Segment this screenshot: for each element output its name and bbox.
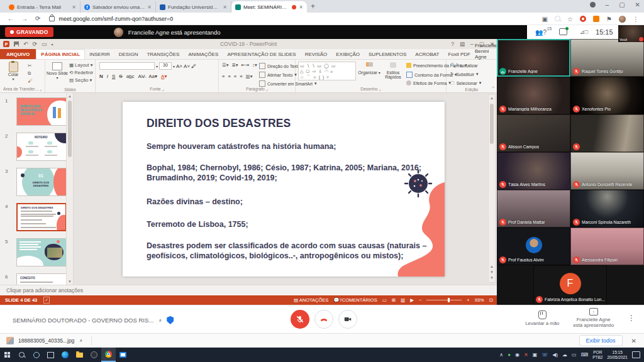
ppt-minimize-button[interactable]: –: [470, 41, 474, 47]
numbering-button[interactable]: ≣▾: [232, 62, 238, 68]
shrink-font-icon[interactable]: A˅: [184, 63, 190, 69]
participant-tile-alisson[interactable]: Alisson Campos: [497, 114, 570, 152]
align-center-button[interactable]: ≡: [228, 74, 230, 79]
browser-menu-icon[interactable]: ⋮: [633, 16, 639, 23]
tray-keyboard-icon[interactable]: ⌨: [581, 352, 589, 358]
tray-expand-icon[interactable]: ∧: [499, 352, 503, 358]
ribbon-tab-arquivo[interactable]: ARQUIVO: [0, 49, 36, 59]
taskbar-search-icon[interactable]: [14, 348, 29, 362]
tray-icon-1[interactable]: ●: [508, 352, 511, 358]
thumbnail-scrollbar[interactable]: ▲ ▼: [66, 93, 73, 285]
edge-icon[interactable]: [58, 348, 72, 362]
slide-thumbnail-2[interactable]: 2 ROTEIRO: [0, 132, 74, 163]
zoom-slider[interactable]: [426, 300, 462, 300]
refresh-icon[interactable]: ⟳: [35, 15, 40, 22]
language-indicator[interactable]: PORPTB2: [592, 350, 602, 359]
ppt-help-icon[interactable]: ?: [451, 41, 454, 47]
search-icon[interactable]: [555, 16, 560, 23]
taskbar-clock[interactable]: 15:1520/05/2021: [607, 350, 628, 359]
new-tab-button[interactable]: +: [311, 2, 315, 11]
extension-orange-icon[interactable]: [593, 16, 599, 22]
shape-effects-button[interactable]: Efeitos de Forma ▾: [406, 80, 451, 85]
ppt-ribbon-options-icon[interactable]: ▤: [460, 41, 465, 47]
tray-icon-4[interactable]: ▣: [533, 352, 538, 358]
bookmark-star-icon[interactable]: ☆: [567, 16, 573, 23]
participant-tile-xenofontes[interactable]: Xenofontes Pio: [570, 77, 644, 114]
participant-tile-fabrizia[interactable]: F Fabrizia Angelica Bonatto Lon...: [533, 265, 607, 305]
tray-display-icon[interactable]: ▭: [572, 352, 577, 358]
view-slideshow-icon[interactable]: ▶: [410, 297, 414, 303]
indent-buttons[interactable]: ⇤⇥: [242, 62, 250, 68]
forward-icon[interactable]: →: [21, 15, 28, 22]
tray-icon-5[interactable]: ☏: [541, 352, 548, 358]
fit-to-window-icon[interactable]: ⊡: [489, 297, 493, 303]
section-button[interactable]: ▤ Seção ▾: [69, 77, 92, 83]
scrollbar-thumb[interactable]: [490, 104, 494, 144]
notes-pane[interactable]: Clique para adicionar anotações: [0, 285, 497, 295]
participant-tile-daniela[interactable]: Prof Daniela Mattar: [497, 190, 570, 228]
strikethrough-button[interactable]: S: [119, 74, 122, 79]
slide-canvas[interactable]: DIREITO DOS DESASTRES Sempre houveram ca…: [123, 102, 445, 277]
tab-close-icon[interactable]: ✕: [299, 4, 303, 10]
browser-tab-universidade[interactable]: Fundação Universidade de Itaúna ✕: [156, 1, 231, 13]
task-view-icon[interactable]: [43, 348, 58, 362]
chrome-taskbar-icon[interactable]: [101, 348, 116, 362]
meeting-title[interactable]: SEMINÁRIO DOUTORADO - GOVERNO DOS RIS...: [13, 317, 153, 324]
copy-button[interactable]: ⧉: [28, 70, 31, 77]
zoom-out-icon[interactable]: −: [419, 297, 421, 303]
align-left-button[interactable]: ≡: [222, 74, 225, 79]
slide-thumbnail-6[interactable]: 6 CONCEITO: [0, 273, 74, 285]
browser-profile-avatar[interactable]: [619, 16, 626, 23]
zoom-in-icon[interactable]: +: [467, 297, 469, 303]
camera-toggle-button[interactable]: [338, 310, 357, 329]
line-spacing-button[interactable]: ↕▾: [252, 62, 257, 68]
scrollbar-thumb[interactable]: [68, 101, 72, 157]
meeting-details-chevron[interactable]: ∧: [158, 318, 162, 323]
ribbon-tab-animacoes[interactable]: ANIMAÇÕES: [184, 49, 223, 59]
shapes-gallery[interactable]: ▭ ∖ ∖ ▭ ◯ ▭△ ⎔ ⇨ ⇩ ◠ ▹☆ ⌒ ⟡ ( ) ▿: [298, 62, 356, 80]
scroll-down-icon[interactable]: ▼: [489, 275, 495, 281]
browser-maximize-button[interactable]: ▢: [619, 1, 625, 8]
main-scrollbar[interactable]: ▲ ▲ ▼ ▼: [488, 94, 496, 283]
tray-icon-3[interactable]: ✕: [524, 352, 528, 358]
bullets-button[interactable]: ☰▾: [222, 62, 229, 68]
ribbon-tab-revisao[interactable]: REVISÃO: [301, 49, 332, 59]
select-button[interactable]: ⬚ Selecionar ▾: [450, 80, 481, 85]
url-text[interactable]: meet.google.com/smf-zumm-qon?authuser=0: [58, 16, 173, 22]
collapse-ribbon-icon[interactable]: ⌃: [491, 86, 495, 91]
layout-button[interactable]: ▦ Layout ▾: [69, 62, 92, 68]
previous-slide-button[interactable]: ▲: [489, 264, 495, 270]
bold-button[interactable]: N: [99, 74, 103, 79]
comments-toggle[interactable]: 💬?COMENTÁRIOS: [333, 297, 377, 303]
format-painter-button[interactable]: 🖌: [28, 78, 33, 84]
view-reading-icon[interactable]: ▥: [401, 297, 405, 303]
chat-icon[interactable]: [559, 26, 567, 38]
slide-thumbnail-1[interactable]: 1 DIREITO DOS DESASTRES E COVID-19: [0, 97, 74, 128]
download-item-chevron[interactable]: ∧: [79, 338, 82, 343]
participant-tile-marconi[interactable]: Marconi Spinola Nazareth: [570, 190, 644, 228]
reset-button[interactable]: ⟲ Redefinir: [69, 70, 93, 75]
participant-tile-raquel[interactable]: Raquel Torres Gontijo: [570, 39, 644, 77]
zoom-level[interactable]: 93%: [475, 297, 484, 303]
next-slide-button[interactable]: ▼: [489, 270, 495, 275]
slide-thumbnail-5[interactable]: 5: [0, 238, 74, 269]
participants-icon[interactable]: 👥? 15: [535, 29, 547, 36]
grow-font-icon[interactable]: A˄: [176, 63, 182, 69]
notes-toggle[interactable]: ▤ ANOTAÇÕES: [294, 297, 328, 303]
downloaded-file-name[interactable]: 188883005_40335...jpg: [18, 337, 74, 344]
ribbon-tab-inserir[interactable]: INSERIR: [85, 49, 114, 59]
ribbon-tab-transicoes[interactable]: TRANSIÇÕES: [142, 49, 184, 59]
obs-icon[interactable]: [87, 348, 101, 362]
self-view-tile[interactable]: Você: [618, 25, 644, 42]
raise-hand-button[interactable]: Levantar a mão: [525, 310, 559, 326]
arrange-button[interactable]: Organizar ▾: [357, 62, 381, 75]
slide-thumbnail-4-selected[interactable]: 4 DIREITO DOS DESASTRES: [0, 202, 74, 234]
presentation-status-button[interactable]: ↑ Francielle Agne está apresentando: [573, 308, 614, 328]
scroll-down-icon[interactable]: ▼: [67, 280, 73, 283]
back-icon[interactable]: ←: [8, 15, 14, 22]
participant-tile-alessandra[interactable]: Alessandra Filipski: [570, 228, 644, 265]
ribbon-tab-exibicao[interactable]: EXIBIÇÃO: [331, 49, 364, 59]
browser-update-icon[interactable]: [590, 2, 596, 8]
align-right-button[interactable]: ≡: [234, 74, 236, 79]
browser-close-button[interactable]: ✕: [635, 1, 640, 8]
